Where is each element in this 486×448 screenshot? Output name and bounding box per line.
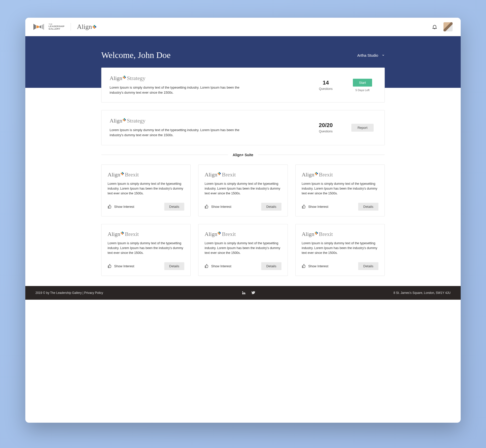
thumbs-up-icon [108, 205, 112, 209]
activity-title: Align Strategy [110, 117, 303, 124]
activity-description: Lorem Ipsum is simply dummy text of the … [110, 128, 251, 138]
suite-title-prefix: Align [205, 171, 217, 178]
details-button[interactable]: Details [261, 203, 281, 211]
suite-tile-title: Align Brexit [205, 171, 281, 178]
footer-address: 8 St. James's Square, London, SW1Y 4JU [393, 291, 451, 295]
details-button[interactable]: Details [358, 203, 378, 211]
suite-tile: Align Brexit Lorem Ipsum is simply dummy… [101, 224, 191, 276]
plus-icon [123, 76, 126, 79]
activity-count: 20/20 [311, 122, 341, 129]
activity-title-prefix: Align [110, 75, 122, 82]
details-button[interactable]: Details [164, 203, 185, 211]
align-logo[interactable]: Align [77, 23, 96, 31]
footer-sep: | [82, 291, 84, 295]
suite-title-suffix: Brexit [125, 231, 139, 237]
thumbs-up-icon [108, 264, 112, 268]
details-button[interactable]: Details [261, 262, 281, 270]
plus-icon [123, 118, 126, 121]
footer-social [103, 291, 393, 295]
activity-stats: 20/20 Questions [311, 122, 341, 133]
details-button[interactable]: Details [358, 262, 378, 270]
suite-tile-title: Align Brexit [302, 231, 378, 237]
activity-card: Align Strategy Lorem Ipsum is simply dum… [101, 110, 385, 145]
suite-tile-desc: Lorem Ipsum is simply dummy text of the … [302, 241, 378, 256]
details-button[interactable]: Details [164, 262, 185, 270]
activity-count-label: Questions [311, 130, 341, 133]
suite-title-suffix: Brexit [319, 231, 333, 237]
tlg-line3: GALLERY [49, 28, 65, 30]
activity-description: Lorem Ipsum is simply dummy text of the … [110, 85, 251, 95]
suite-title-prefix: Align [302, 231, 314, 237]
suite-tile-title: Align Brexit [108, 231, 184, 237]
twitter-icon[interactable] [251, 291, 255, 295]
user-avatar[interactable] [443, 22, 453, 31]
show-interest-button[interactable]: Show Interest [302, 205, 329, 209]
studio-label: Artha Studio [357, 53, 378, 57]
suite-tile-desc: Lorem Ipsum is simply dummy text of the … [302, 181, 378, 196]
show-interest-button[interactable]: Show Interest [108, 205, 134, 209]
svg-marker-0 [33, 24, 36, 30]
show-interest-label: Show Interest [211, 264, 231, 268]
start-button[interactable]: Start [353, 79, 372, 87]
suite-heading-row: Align+ Suite [101, 153, 385, 157]
divider-line [258, 155, 385, 155]
activity-count-label: Questions [311, 87, 341, 91]
activity-count: 14 [311, 79, 341, 86]
activity-card: Align Strategy Lorem Ipsum is simply dum… [101, 68, 385, 103]
activity-stats: 14 Questions [311, 79, 341, 91]
plus-icon [218, 232, 221, 235]
suite-title-prefix: Align [205, 231, 217, 237]
svg-marker-2 [39, 25, 41, 28]
show-interest-button[interactable]: Show Interest [302, 264, 329, 268]
suite-tile: Align Brexit Lorem Ipsum is simply dummy… [295, 165, 385, 216]
plus-icon [315, 172, 318, 175]
plus-icon [218, 172, 221, 175]
logo-group: THE LEADERSHIP GALLERY Align [33, 23, 96, 31]
plus-icon [121, 172, 124, 175]
footer-left: 2019 © by The Leadership Gallery | Priva… [35, 291, 103, 295]
suite-tile: Align Brexit Lorem Ipsum is simply dummy… [295, 224, 385, 276]
linkedin-icon[interactable] [241, 291, 246, 295]
show-interest-button[interactable]: Show Interest [108, 264, 134, 268]
tlg-logo-text: THE LEADERSHIP GALLERY [49, 23, 65, 30]
align-logo-text: Align [77, 23, 92, 31]
report-button[interactable]: Report [351, 124, 373, 132]
plus-icon [121, 232, 124, 235]
header: THE LEADERSHIP GALLERY Align [25, 18, 461, 36]
tlg-logo[interactable]: THE LEADERSHIP GALLERY [33, 23, 65, 30]
main-content: Align Strategy Lorem Ipsum is simply dum… [91, 68, 395, 286]
suite-title-suffix: Brexit [125, 171, 139, 178]
app-window: THE LEADERSHIP GALLERY Align [25, 18, 461, 423]
thumbs-up-icon [205, 264, 209, 268]
suite-title: Align+ Suite [233, 153, 253, 157]
suite-tile: Align Brexit Lorem Ipsum is simply dummy… [101, 165, 191, 216]
thumbs-up-icon [302, 205, 306, 209]
show-interest-label: Show Interest [308, 205, 329, 209]
suite-tile: Align Brexit Lorem Ipsum is simply dummy… [198, 224, 288, 276]
tlg-logo-icon [33, 23, 47, 30]
show-interest-button[interactable]: Show Interest [205, 205, 231, 209]
svg-marker-1 [36, 25, 39, 28]
thumbs-up-icon [205, 205, 209, 209]
show-interest-button[interactable]: Show Interest [205, 264, 231, 268]
suite-title-suffix: Brexit [319, 171, 333, 178]
activity-title-suffix: Strategy [127, 117, 145, 124]
suite-tile-title: Align Brexit [108, 171, 184, 178]
suite-tile-desc: Lorem Ipsum is simply dummy text of the … [205, 181, 281, 196]
suite-title-prefix: Align [302, 171, 314, 178]
plus-icon [93, 25, 96, 29]
activity-title-suffix: Strategy [127, 75, 145, 82]
suite-tile-title: Align Brexit [302, 171, 378, 178]
plus-icon [315, 232, 318, 235]
divider-line [101, 155, 228, 155]
notifications-icon[interactable] [432, 24, 437, 30]
suite-tile-desc: Lorem Ipsum is simply dummy text of the … [108, 181, 184, 196]
studio-selector[interactable]: Artha Studio [357, 53, 385, 57]
welcome-heading: Welcome, John Doe [101, 50, 171, 60]
header-divider [71, 23, 71, 31]
suite-grid: Align Brexit Lorem Ipsum is simply dummy… [101, 165, 385, 276]
copyright-text: 2019 © by The Leadership Gallery [35, 291, 82, 295]
privacy-link[interactable]: Privacy Policy [84, 291, 103, 295]
svg-marker-3 [42, 24, 44, 30]
show-interest-label: Show Interest [308, 264, 329, 268]
